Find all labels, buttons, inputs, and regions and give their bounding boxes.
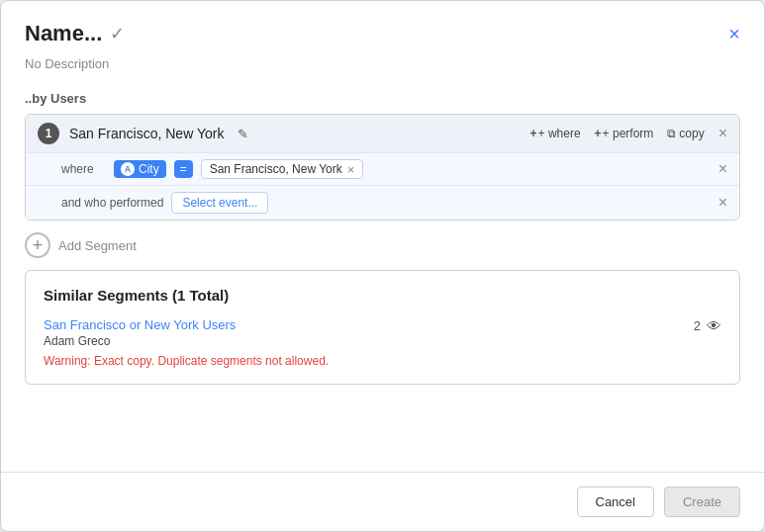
where-label: where bbox=[61, 162, 106, 176]
segment-header-left: 1 San Francisco, New York ✎ bbox=[38, 123, 248, 144]
condition-row: where A City = San Francisco, New York ×… bbox=[26, 152, 739, 185]
copy-icon: ⧉ bbox=[667, 127, 676, 140]
similar-warning: Warning: Exact copy. Duplicate segments … bbox=[44, 354, 329, 368]
segment-number: 1 bbox=[38, 123, 59, 144]
segment-block: 1 San Francisco, New York ✎ + + where + … bbox=[25, 114, 740, 221]
similar-item-count: 2 bbox=[694, 318, 701, 333]
property-badge[interactable]: A City bbox=[114, 160, 166, 178]
modal-header: Name... ✓ × bbox=[1, 1, 764, 54]
create-button[interactable]: Create bbox=[664, 487, 740, 517]
add-segment-button[interactable]: + bbox=[25, 232, 50, 258]
segment-actions: + + where + + perform ⧉ copy × bbox=[530, 126, 727, 141]
similar-item-left: San Francisco or New York Users Adam Gre… bbox=[44, 317, 329, 368]
property-type-icon: A bbox=[121, 162, 135, 176]
similar-item-author: Adam Greco bbox=[44, 334, 329, 348]
edit-icon[interactable]: ✎ bbox=[238, 127, 248, 141]
value-text: San Francisco, New York bbox=[210, 162, 342, 176]
select-event-button[interactable]: Select event... bbox=[171, 192, 268, 214]
cancel-button[interactable]: Cancel bbox=[577, 487, 654, 517]
check-icon: ✓ bbox=[110, 23, 125, 44]
remove-value-button[interactable]: × bbox=[347, 163, 355, 176]
add-segment-label[interactable]: Add Segment bbox=[58, 238, 137, 253]
copy-label: copy bbox=[679, 127, 704, 140]
modal: Name... ✓ × No Description ..by Users 1 … bbox=[0, 0, 765, 532]
modal-title-area: Name... ✓ bbox=[25, 21, 125, 46]
modal-title: Name... bbox=[25, 21, 102, 46]
close-button[interactable]: × bbox=[728, 24, 740, 44]
add-where-button[interactable]: + + where bbox=[530, 127, 581, 140]
value-tag: San Francisco, New York × bbox=[201, 159, 364, 179]
modal-footer: Cancel Create bbox=[1, 472, 764, 531]
similar-segments-box: Similar Segments (1 Total) San Francisco… bbox=[25, 270, 740, 385]
similar-item-right: 2 👁 bbox=[694, 317, 721, 334]
remove-segment-button[interactable]: × bbox=[718, 126, 727, 141]
copy-button[interactable]: ⧉ copy bbox=[667, 127, 704, 140]
segment-header-row: 1 San Francisco, New York ✎ + + where + … bbox=[26, 115, 739, 152]
remove-and-who-button[interactable]: × bbox=[718, 195, 727, 211]
similar-segments-title: Similar Segments (1 Total) bbox=[44, 287, 721, 304]
add-perform-button[interactable]: + + perform bbox=[595, 127, 654, 140]
section-label: ..by Users bbox=[25, 91, 740, 106]
modal-body: ..by Users 1 San Francisco, New York ✎ +… bbox=[1, 83, 764, 472]
and-who-label: and who performed bbox=[61, 196, 163, 210]
remove-condition-button[interactable]: × bbox=[718, 161, 727, 177]
similar-segment-item: San Francisco or New York Users Adam Gre… bbox=[44, 317, 721, 368]
eye-icon[interactable]: 👁 bbox=[707, 317, 721, 334]
equals-badge[interactable]: = bbox=[174, 160, 193, 178]
add-segment-row: + Add Segment bbox=[25, 232, 740, 258]
segment-name: San Francisco, New York bbox=[69, 126, 224, 141]
similar-item-link[interactable]: San Francisco or New York Users bbox=[44, 317, 329, 332]
property-name: City bbox=[139, 162, 159, 176]
modal-description: No Description bbox=[1, 54, 764, 83]
and-who-row: and who performed Select event... × bbox=[26, 185, 739, 220]
